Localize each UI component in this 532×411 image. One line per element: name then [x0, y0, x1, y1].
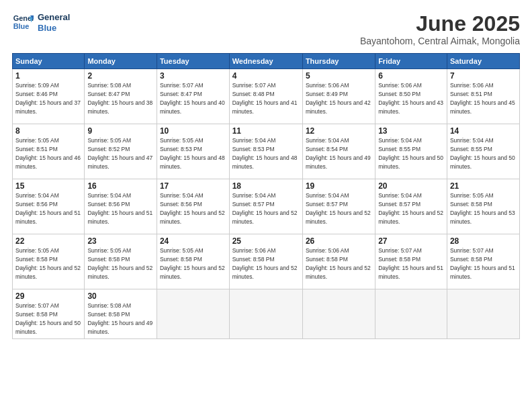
day-info: Sunrise: 5:04 AMSunset: 8:54 PMDaylight:…: [306, 137, 371, 170]
day-header-thursday: Thursday: [302, 54, 375, 69]
day-cell: 30 Sunrise: 5:08 AMSunset: 8:58 PMDaylig…: [85, 289, 157, 339]
day-cell: 25 Sunrise: 5:06 AMSunset: 8:58 PMDaylig…: [229, 234, 302, 289]
day-cell: 3 Sunrise: 5:07 AMSunset: 8:47 PMDayligh…: [157, 69, 229, 124]
logo: General Blue General Blue: [12, 12, 70, 34]
day-cell: 16 Sunrise: 5:04 AMSunset: 8:56 PMDaylig…: [85, 179, 157, 234]
week-row-4: 22 Sunrise: 5:05 AMSunset: 8:58 PMDaylig…: [13, 234, 520, 289]
day-number: 23: [87, 236, 154, 246]
day-cell: 12 Sunrise: 5:04 AMSunset: 8:54 PMDaylig…: [302, 124, 375, 179]
day-info: Sunrise: 5:07 AMSunset: 8:48 PMDaylight:…: [232, 82, 298, 115]
day-info: Sunrise: 5:05 AMSunset: 8:58 PMDaylight:…: [160, 247, 225, 280]
day-cell: 29 Sunrise: 5:07 AMSunset: 8:58 PMDaylig…: [13, 289, 85, 339]
day-number: 19: [306, 181, 372, 191]
day-number: 26: [306, 236, 372, 246]
day-cell: 21 Sunrise: 5:05 AMSunset: 8:58 PMDaylig…: [447, 179, 519, 234]
day-number: 1: [15, 71, 81, 81]
day-info: Sunrise: 5:05 AMSunset: 8:51 PMDaylight:…: [15, 137, 81, 170]
day-cell: 6 Sunrise: 5:06 AMSunset: 8:50 PMDayligh…: [375, 69, 447, 124]
day-number: 6: [378, 71, 444, 81]
day-number: 15: [15, 181, 81, 191]
day-cell: 27 Sunrise: 5:07 AMSunset: 8:58 PMDaylig…: [375, 234, 447, 289]
day-info: Sunrise: 5:04 AMSunset: 8:56 PMDaylight:…: [15, 192, 81, 225]
day-cell: 2 Sunrise: 5:08 AMSunset: 8:47 PMDayligh…: [85, 69, 157, 124]
day-cell: 13 Sunrise: 5:04 AMSunset: 8:55 PMDaylig…: [375, 124, 447, 179]
day-cell: 24 Sunrise: 5:05 AMSunset: 8:58 PMDaylig…: [157, 234, 229, 289]
location: Bayantohom, Central Aimak, Mongolia: [360, 36, 520, 46]
day-info: Sunrise: 5:07 AMSunset: 8:47 PMDaylight:…: [160, 82, 225, 115]
day-number: 2: [87, 71, 154, 81]
day-cell: 17 Sunrise: 5:04 AMSunset: 8:56 PMDaylig…: [157, 179, 229, 234]
day-cell: 4 Sunrise: 5:07 AMSunset: 8:48 PMDayligh…: [229, 69, 302, 124]
day-info: Sunrise: 5:07 AMSunset: 8:58 PMDaylight:…: [450, 247, 515, 280]
day-info: Sunrise: 5:06 AMSunset: 8:58 PMDaylight:…: [306, 247, 371, 280]
svg-text:Blue: Blue: [13, 22, 30, 30]
day-cell: 23 Sunrise: 5:05 AMSunset: 8:58 PMDaylig…: [85, 234, 157, 289]
day-cell: 11 Sunrise: 5:04 AMSunset: 8:53 PMDaylig…: [229, 124, 302, 179]
day-cell: 5 Sunrise: 5:06 AMSunset: 8:49 PMDayligh…: [302, 69, 375, 124]
day-cell: [375, 289, 447, 339]
day-number: 16: [87, 181, 154, 191]
day-number: 28: [450, 236, 517, 246]
header: General Blue General Blue June 2025 Baya…: [12, 12, 520, 46]
day-info: Sunrise: 5:04 AMSunset: 8:57 PMDaylight:…: [232, 192, 298, 225]
logo-blue: Blue: [38, 23, 70, 34]
day-number: 25: [232, 236, 300, 246]
day-header-sunday: Sunday: [13, 54, 85, 69]
day-number: 4: [232, 71, 300, 81]
day-header-friday: Friday: [375, 54, 447, 69]
day-cell: 20 Sunrise: 5:04 AMSunset: 8:57 PMDaylig…: [375, 179, 447, 234]
title-section: June 2025 Bayantohom, Central Aimak, Mon…: [360, 12, 520, 46]
day-number: 27: [378, 236, 444, 246]
day-info: Sunrise: 5:04 AMSunset: 8:53 PMDaylight:…: [232, 137, 298, 170]
day-number: 3: [160, 71, 226, 81]
week-row-5: 29 Sunrise: 5:07 AMSunset: 8:58 PMDaylig…: [13, 289, 520, 339]
day-info: Sunrise: 5:04 AMSunset: 8:55 PMDaylight:…: [450, 137, 515, 170]
week-row-3: 15 Sunrise: 5:04 AMSunset: 8:56 PMDaylig…: [13, 179, 520, 234]
day-cell: 18 Sunrise: 5:04 AMSunset: 8:57 PMDaylig…: [229, 179, 302, 234]
day-info: Sunrise: 5:06 AMSunset: 8:50 PMDaylight:…: [378, 82, 443, 115]
day-number: 22: [15, 236, 81, 246]
day-info: Sunrise: 5:05 AMSunset: 8:53 PMDaylight:…: [160, 137, 225, 170]
day-number: 5: [306, 71, 372, 81]
day-info: Sunrise: 5:05 AMSunset: 8:58 PMDaylight:…: [87, 247, 152, 280]
day-cell: 19 Sunrise: 5:04 AMSunset: 8:57 PMDaylig…: [302, 179, 375, 234]
day-number: 14: [450, 126, 517, 136]
day-info: Sunrise: 5:05 AMSunset: 8:58 PMDaylight:…: [15, 247, 81, 280]
day-number: 18: [232, 181, 300, 191]
day-cell: 1 Sunrise: 5:09 AMSunset: 8:46 PMDayligh…: [13, 69, 85, 124]
day-cell: 8 Sunrise: 5:05 AMSunset: 8:51 PMDayligh…: [13, 124, 85, 179]
day-info: Sunrise: 5:04 AMSunset: 8:56 PMDaylight:…: [87, 192, 152, 225]
day-number: 12: [306, 126, 372, 136]
day-cell: 22 Sunrise: 5:05 AMSunset: 8:58 PMDaylig…: [13, 234, 85, 289]
day-header-tuesday: Tuesday: [157, 54, 229, 69]
day-number: 13: [378, 126, 444, 136]
day-info: Sunrise: 5:05 AMSunset: 8:52 PMDaylight:…: [87, 137, 152, 170]
day-info: Sunrise: 5:07 AMSunset: 8:58 PMDaylight:…: [15, 302, 81, 335]
month-title: June 2025: [360, 12, 520, 36]
day-info: Sunrise: 5:08 AMSunset: 8:58 PMDaylight:…: [87, 302, 152, 335]
day-number: 9: [87, 126, 154, 136]
day-header-monday: Monday: [85, 54, 157, 69]
day-info: Sunrise: 5:09 AMSunset: 8:46 PMDaylight:…: [15, 82, 81, 115]
day-info: Sunrise: 5:08 AMSunset: 8:47 PMDaylight:…: [87, 82, 152, 115]
day-number: 8: [15, 126, 81, 136]
day-cell: 28 Sunrise: 5:07 AMSunset: 8:58 PMDaylig…: [447, 234, 519, 289]
day-number: 10: [160, 126, 226, 136]
day-info: Sunrise: 5:04 AMSunset: 8:55 PMDaylight:…: [378, 137, 443, 170]
day-header-saturday: Saturday: [447, 54, 519, 69]
day-info: Sunrise: 5:07 AMSunset: 8:58 PMDaylight:…: [378, 247, 443, 280]
day-info: Sunrise: 5:04 AMSunset: 8:57 PMDaylight:…: [306, 192, 371, 225]
day-number: 7: [450, 71, 517, 81]
day-cell: 26 Sunrise: 5:06 AMSunset: 8:58 PMDaylig…: [302, 234, 375, 289]
week-row-2: 8 Sunrise: 5:05 AMSunset: 8:51 PMDayligh…: [13, 124, 520, 179]
day-number: 17: [160, 181, 226, 191]
day-cell: 9 Sunrise: 5:05 AMSunset: 8:52 PMDayligh…: [85, 124, 157, 179]
day-number: 29: [15, 291, 81, 301]
day-info: Sunrise: 5:04 AMSunset: 8:57 PMDaylight:…: [378, 192, 443, 225]
day-cell: [447, 289, 519, 339]
day-number: 24: [160, 236, 226, 246]
day-number: 21: [450, 181, 517, 191]
day-cell: 7 Sunrise: 5:06 AMSunset: 8:51 PMDayligh…: [447, 69, 519, 124]
day-cell: [302, 289, 375, 339]
header-row: SundayMondayTuesdayWednesdayThursdayFrid…: [13, 54, 520, 69]
